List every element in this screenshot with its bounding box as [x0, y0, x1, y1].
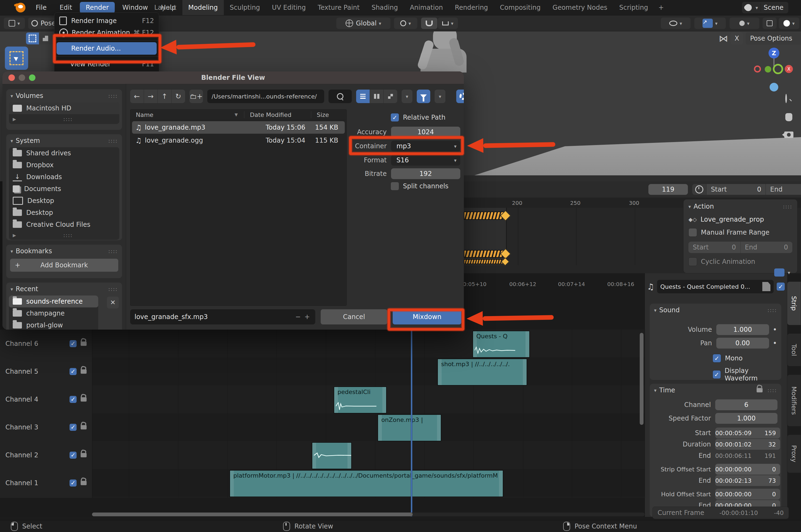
action-strip-3[interactable]	[464, 259, 504, 264]
snap-settings-button[interactable]: ▾	[438, 18, 458, 29]
tab-geometry-nodes[interactable]: Geometry Nodes	[547, 4, 613, 11]
datablock-browse-icon[interactable]	[762, 282, 770, 291]
recent-item-champagne[interactable]: champagne	[9, 307, 98, 319]
pan-field[interactable]: 0.00	[716, 338, 769, 348]
pivot-point-button[interactable]: ▾	[394, 18, 417, 29]
frame-start-field[interactable]: Start0	[706, 184, 766, 195]
xray-toggle[interactable]	[763, 18, 777, 29]
animate-dot[interactable]: •	[773, 325, 777, 334]
filename-input[interactable]: love_granade_sfx.mp3 − +	[130, 309, 315, 324]
tab-add-workspace[interactable]: +	[654, 4, 668, 11]
speed-factor-field[interactable]: 1.000	[715, 413, 778, 424]
bitrate-field[interactable]: 192	[391, 168, 460, 179]
time-unlock-icon[interactable]	[757, 388, 763, 392]
sidebar-item-dropbox[interactable]: Dropbox	[9, 159, 119, 171]
filter-dropdown[interactable]: ▾	[435, 90, 445, 103]
channel-row[interactable]: Channel 2✓	[0, 441, 92, 469]
sidebar-item-shared-drives[interactable]: Shared drives	[9, 147, 119, 159]
cyclic-animation-checkbox[interactable]: ✓	[688, 257, 697, 266]
use-preview-range-button[interactable]	[692, 184, 706, 195]
path-field[interactable]: /Users/martinshi...ounds-reference/	[207, 90, 324, 103]
recent-item-sounds-reference[interactable]: sounds-reference	[9, 296, 98, 307]
split-channels-checkbox[interactable]: ✓	[390, 182, 399, 190]
sidebar-item-downloads[interactable]: ↓Downloads	[9, 171, 119, 183]
gizmo-axis-y-ring[interactable]	[773, 64, 783, 74]
strip-onzone[interactable]: onZone.mp3 |	[378, 414, 441, 441]
pose-options-dropdown[interactable]: Pose Options▾	[746, 32, 801, 45]
up-button[interactable]: ↑	[158, 90, 172, 103]
sort-descending-icon[interactable]: ▼	[235, 112, 238, 117]
action-name[interactable]: Love_grenade_prop	[701, 216, 764, 223]
add-bookmark-button[interactable]: +Add Bookmark	[10, 259, 118, 272]
increment-button[interactable]: +	[303, 313, 311, 321]
strip-offset-end-field[interactable]: 00:00:02:1373	[715, 475, 780, 486]
gizmo-axis-y[interactable]	[765, 66, 771, 73]
forward-button[interactable]: →	[144, 90, 158, 103]
strip-platform[interactable]: platformMotor.mp3 | //../../../../../../…	[229, 470, 503, 497]
strip-mute-checkbox[interactable]: ✓	[776, 282, 785, 291]
start-field[interactable]: 00:00:05:09159	[715, 428, 780, 438]
shading-mode-solid[interactable]: ▾	[779, 18, 799, 29]
display-thumbnail-button[interactable]	[384, 90, 397, 103]
tab-layout[interactable]: Layout	[148, 4, 183, 11]
tab-scripting[interactable]: Scripting	[613, 4, 654, 11]
gizmo-axis-x-neg[interactable]	[754, 65, 761, 73]
channel-field[interactable]: 6	[715, 399, 778, 410]
select-mode-extend[interactable]	[39, 33, 52, 44]
tool-select-box[interactable]	[5, 46, 28, 70]
gizmo-axis-x[interactable]: X	[785, 65, 793, 73]
mirror-x-button[interactable]: X	[731, 32, 743, 45]
sidebar-item-creative-cloud[interactable]: Creative Cloud Files	[9, 218, 119, 231]
tab-compositing[interactable]: Compositing	[494, 4, 546, 11]
volume-field[interactable]: 1.000	[716, 324, 769, 335]
hold-offset-start-field[interactable]: 00:00:00:000	[715, 489, 780, 499]
sound-panel-title[interactable]: Sound	[659, 306, 680, 314]
tab-rendering[interactable]: Rendering	[449, 4, 494, 11]
strip-quests[interactable]: Quests - Q	[473, 331, 530, 358]
action-panel-title[interactable]: Action	[693, 203, 714, 210]
display-mode-dropdown[interactable]: ▾	[402, 90, 413, 103]
display-detail-button[interactable]	[370, 90, 384, 103]
editor-type-button[interactable]: ▾	[4, 18, 25, 29]
menu-file[interactable]: File	[30, 2, 52, 13]
duration-field[interactable]: 00:00:01:0232	[715, 439, 780, 450]
viewport-zoom-icon[interactable]	[785, 95, 787, 102]
refresh-button[interactable]: ↻	[172, 90, 185, 103]
playhead[interactable]	[411, 329, 412, 516]
object-visibility-dropdown[interactable]: ▾	[661, 18, 691, 29]
relative-path-checkbox[interactable]: ✓	[390, 113, 399, 122]
recent-item-portal-glow[interactable]: portal-glow	[9, 319, 98, 329]
expand-icon[interactable]: ▶	[13, 233, 16, 238]
sequencer-vscrollbar[interactable]	[640, 333, 644, 425]
menu-edit[interactable]: Edit	[54, 2, 77, 13]
file-row-mp3[interactable]: ♫ love_granade.mp3 Today 15:06 154 KB	[132, 121, 345, 134]
close-window-button[interactable]	[8, 74, 15, 81]
tab-modifiers[interactable]: Modifiers	[787, 375, 801, 426]
tab-texture-paint[interactable]: Texture Paint	[312, 4, 366, 11]
strip-pedestal[interactable]: pedestalCli	[333, 386, 387, 414]
channel-row[interactable]: Channel 4✓	[0, 385, 92, 413]
action-strip-1[interactable]	[464, 212, 504, 220]
viewport-camera-icon[interactable]	[784, 132, 794, 138]
tab-uv-editing[interactable]: UV Editing	[266, 4, 312, 11]
settings-button[interactable]	[456, 90, 464, 103]
select-mode-box[interactable]	[26, 33, 39, 44]
gizmo-axis-z[interactable]: Z	[768, 48, 779, 58]
menu-item-render-image[interactable]: Render Image F12	[54, 15, 159, 27]
overlay-toggle-icon[interactable]	[774, 268, 784, 277]
remove-recent-button[interactable]: ✕	[107, 297, 119, 308]
sidebar-item-macintosh-hd[interactable]: Macintosh HD	[9, 102, 119, 114]
action-start-field[interactable]: Start0	[688, 242, 740, 253]
display-list-button[interactable]	[356, 90, 370, 103]
sidebar-item-desktop-2[interactable]: Desktop	[9, 207, 119, 218]
tab-modeling[interactable]: Modeling	[183, 0, 224, 15]
scene-selector[interactable]: ▾ Scene	[742, 2, 788, 13]
channel-row[interactable]: Channel 3✓	[0, 413, 92, 441]
cancel-button[interactable]: Cancel	[321, 309, 387, 324]
tab-tool[interactable]: Tool	[787, 334, 801, 366]
action-strip-2[interactable]	[464, 250, 504, 258]
animate-dot[interactable]: •	[773, 339, 777, 347]
mono-checkbox[interactable]: ✓	[712, 354, 721, 363]
manual-frame-range-checkbox[interactable]: ✓	[688, 228, 697, 237]
column-name[interactable]: Name	[130, 112, 153, 118]
